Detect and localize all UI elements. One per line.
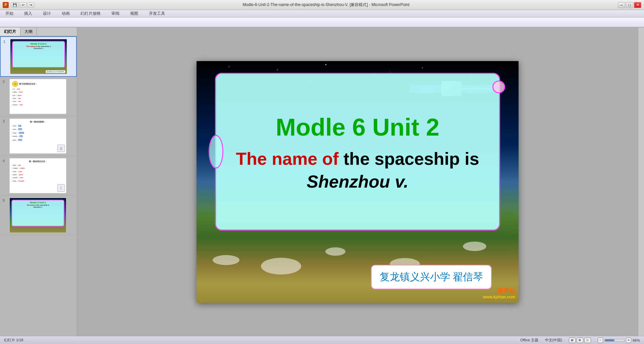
slide-count: 幻灯片 1/18 [4, 338, 23, 343]
language: 中文(中国) [545, 338, 562, 343]
slideshow-button[interactable]: ▷ [584, 338, 591, 343]
subtitle-red-part: The name of [236, 149, 338, 168]
slide-thumb-2[interactable]: 2 😊 复习动词的过去式： • is→ was • take→ took • g… [0, 77, 77, 116]
info-text: 复龙镇义兴小学 翟信琴 [380, 270, 483, 284]
menu-insert[interactable]: 插入 [22, 10, 34, 17]
theme-name: Office 主题 [520, 338, 538, 343]
slide-num-1: 1 [3, 40, 8, 44]
bottom-bar: 幻灯片 1/18 Office 主题 中文(中国) ▤ ⊞ ▷ − + 66% [0, 336, 644, 344]
zoom-out-button[interactable]: − [598, 338, 603, 343]
zoom-slider[interactable] [604, 339, 625, 342]
titlebar-left: P 💾 ↩ ↪ [3, 2, 34, 8]
slide-num-2: 2 [3, 80, 7, 84]
menu-review[interactable]: 审阅 [109, 10, 121, 17]
slide-thumb-1[interactable]: 1 Modle 6 Unit 2 The name of the spacesh… [0, 36, 77, 77]
slide-preview-2: 😊 复习动词的过去式： • is→ was • take→ took • go→… [9, 79, 66, 114]
slide-preview-5: Modle 6 Unit 2 The name of the spaceship… [9, 198, 66, 233]
slide-num-4: 4 [3, 159, 7, 163]
zoom-control: − + 66% [598, 338, 640, 343]
main-slide: Modle 6 Unit 2 The name of the spaceship… [197, 61, 519, 303]
watermark-line2: www.kjzhan.com [483, 295, 515, 299]
main-area: 幻灯片 大纲 1 Modle 6 Unit 2 The name of the … [0, 28, 644, 336]
zoom-level: 66% [633, 338, 640, 342]
slide-thumb-4[interactable]: 4 填一填动词过去式： • get→ got • make→ made • se… [0, 156, 77, 196]
tab-outline[interactable]: 大纲 [20, 28, 37, 36]
slide-main-title: Modle 6 Unit 2 [276, 113, 439, 141]
subtitle-italic-part: Shenzhou v. [307, 172, 408, 191]
menu-slideshow[interactable]: 幻灯片放映 [78, 10, 103, 17]
redo-button[interactable]: ↪ [28, 2, 34, 7]
info-box: 复龙镇义兴小学 翟信琴 [371, 265, 492, 289]
menu-view[interactable]: 视图 [128, 10, 140, 17]
zoom-in-button[interactable]: + [626, 338, 631, 343]
bottom-right: Office 主题 中文(中国) ▤ ⊞ ▷ − + 66% [520, 338, 640, 343]
menu-developer[interactable]: 开发工具 [147, 10, 167, 17]
menu-start[interactable]: 开始 [3, 10, 15, 17]
slide-num-3: 3 [3, 119, 7, 123]
panel-tabs: 幻灯片 大纲 [0, 28, 77, 36]
scroll-curl-left [209, 135, 223, 168]
content-inner: Modle 6 Unit 2 The name of the spaceship… [216, 74, 499, 230]
right-scrollbar[interactable] [638, 28, 644, 336]
view-buttons: ▤ ⊞ ▷ [569, 338, 591, 343]
save-button[interactable]: 💾 [11, 2, 19, 7]
slide-thumb-5[interactable]: 5 Modle 6 Unit 2 The name of the spacesh… [0, 196, 77, 235]
menu-animation[interactable]: 动画 [60, 10, 72, 17]
window-title: Modle-6-Unit-2-The-name-of-the-spaceship… [243, 2, 410, 8]
slide-preview-3: 填一填动词原形： • did→ do • ate→ eat • had→ hav… [9, 118, 66, 154]
maximize-button[interactable]: □ [626, 2, 633, 8]
slide-sorter-button[interactable]: ⊞ [577, 338, 583, 343]
slide-thumb-3[interactable]: 3 填一填动词原形： • did→ do • ate→ eat • had→ h… [0, 116, 77, 156]
normal-view-button[interactable]: ▤ [569, 338, 576, 343]
menu-design[interactable]: 设计 [41, 10, 53, 17]
undo-button[interactable]: ↩ [20, 2, 26, 7]
quick-access-toolbar: 💾 ↩ ↪ [11, 2, 34, 7]
minimize-button[interactable]: ─ [618, 2, 625, 8]
close-button[interactable]: ✕ [634, 2, 641, 8]
slide-panel: 幻灯片 大纲 1 Modle 6 Unit 2 The name of the … [0, 28, 77, 336]
tab-slides[interactable]: 幻灯片 [0, 28, 20, 36]
ribbon-placeholder [3, 20, 4, 24]
slide-preview-4: 填一填动词过去式： • get→ got • make→ made • see→… [9, 158, 66, 193]
app-icon: P [3, 2, 9, 8]
slide-area: Modle 6 Unit 2 The name of the spaceship… [77, 28, 638, 336]
ribbon [0, 17, 644, 28]
slide-preview-1: Modle 6 Unit 2 The name of the spaceship… [10, 39, 67, 74]
subtitle-black-part: the spaceship is [339, 149, 479, 168]
titlebar: P 💾 ↩ ↪ Modle-6-Unit-2-The-name-of-the-s… [0, 0, 644, 10]
scroll-curl-right [492, 81, 505, 93]
watermark: 课件站 www.kjzhan.com [483, 287, 515, 299]
menubar: 开始 插入 设计 动画 幻灯片放映 审阅 视图 开发工具 [0, 10, 644, 17]
slide-subtitle: The name of the spaceship is Shenzhou v. [236, 148, 479, 193]
slide-num-5: 5 [3, 198, 7, 202]
watermark-line1: 课件站 [483, 287, 515, 295]
content-box: Modle 6 Unit 2 The name of the spaceship… [215, 73, 500, 231]
window-controls: ─ □ ✕ [618, 2, 641, 8]
